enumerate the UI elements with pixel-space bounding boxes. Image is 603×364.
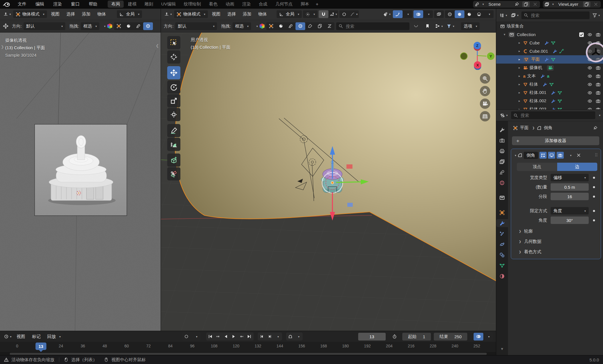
chevron-down-icon[interactable]: ▾ (104, 25, 105, 28)
outliner-row-scene-collection[interactable]: 场景集合 (496, 22, 603, 30)
chevron-down-icon[interactable]: ▾ (256, 25, 258, 28)
drag-select[interactable]: 框选▾ (81, 22, 99, 30)
timeline-editor-type-button[interactable]: ▾ (3, 333, 13, 341)
tab-constraints[interactable] (496, 251, 508, 259)
frame-step-settings-button[interactable]: ▾ (274, 333, 281, 340)
modifier-extras-button[interactable]: ▾ (565, 151, 575, 159)
hide-eye-icon[interactable] (588, 66, 592, 70)
prev-frame-button[interactable] (258, 333, 266, 340)
filter-button[interactable]: ▾ (446, 22, 455, 30)
object-menu[interactable]: 物体 (255, 11, 270, 17)
frame-end-field[interactable]: 结束250 (434, 333, 467, 341)
render-visibility-icon[interactable] (596, 99, 600, 103)
add-workspace-button[interactable]: + (314, 1, 321, 8)
direction-select[interactable]: 默认▾ (23, 22, 65, 30)
expand-chevron-icon[interactable]: ▸ (517, 58, 521, 61)
next-keyframe-button[interactable] (238, 333, 245, 340)
navigation-gizmo[interactable]: Z Y X (452, 34, 494, 70)
tab-rendering[interactable]: 渲染 (239, 1, 255, 8)
view-menu[interactable]: 视图 (48, 11, 62, 17)
toolbar-toggle-icon[interactable]: ❯ (1, 45, 4, 49)
rotate-tool[interactable] (167, 80, 180, 94)
section-geometry[interactable]: ❯ 几何数据 (517, 238, 598, 245)
menu-file[interactable]: 文件 (14, 1, 30, 7)
drag-handle-icon[interactable]: ⠿ (595, 153, 598, 158)
transform-tool[interactable] (167, 108, 180, 121)
select-box-tool[interactable] (167, 36, 180, 49)
delete-scene-button[interactable] (531, 1, 539, 7)
properties-options-chevron[interactable]: ▾ (599, 114, 600, 117)
tab-scene[interactable] (496, 168, 508, 176)
expand-chevron-icon[interactable]: ▸ (517, 49, 521, 53)
snap-halfsphere-button[interactable] (276, 22, 286, 30)
ortho-toggle-button[interactable] (480, 111, 490, 121)
animate-dot[interactable] (593, 177, 595, 179)
jump-to-start-button[interactable] (207, 333, 214, 340)
tab-compositing[interactable]: 合成 (255, 1, 271, 8)
mode-select[interactable]: 物体模式▾ (174, 10, 208, 18)
collapse-chevron-icon[interactable]: ▾ (515, 154, 516, 157)
expand-chevron-icon[interactable]: ▸ (517, 74, 521, 78)
transform-orientation-select[interactable]: 全局▾ (117, 10, 142, 18)
delete-viewlayer-button[interactable] (592, 1, 600, 7)
menu-edit[interactable]: 编辑 (31, 1, 48, 7)
new-viewlayer-button[interactable] (583, 1, 590, 7)
outliner-filter-button[interactable]: ▾ (591, 11, 601, 19)
options-button[interactable]: 选项▾ (461, 22, 480, 30)
properties-search[interactable] (511, 111, 595, 119)
pivot-point-select[interactable]: ▾ (303, 10, 318, 18)
outliner-search[interactable] (521, 11, 590, 19)
shading-solid-button[interactable] (455, 10, 464, 18)
gizmos-settings-button[interactable]: ▾ (403, 10, 412, 18)
viewport-3d-canvas[interactable]: 用户透视 (13) Collection | 平面 (161, 33, 496, 331)
outliner-row-text[interactable]: ▸ a 文本 a (496, 72, 603, 80)
render-visibility-icon[interactable] (596, 66, 600, 70)
angle-field[interactable]: 30° (551, 217, 589, 224)
falloff-arc-button[interactable] (411, 22, 421, 30)
viewport-search-input[interactable] (345, 23, 383, 29)
tab-object[interactable] (496, 208, 508, 217)
timeline-overlay-settings-button[interactable]: ▾ (483, 333, 493, 341)
expand-chevron-icon[interactable]: ▸ (517, 82, 521, 86)
section-profile[interactable]: ❯ 轮廓 (517, 227, 598, 235)
hide-eye-icon[interactable] (588, 74, 592, 78)
hide-eye-icon[interactable] (588, 82, 592, 87)
overlays-toggle[interactable] (413, 10, 423, 18)
snap-box-button[interactable] (266, 22, 276, 30)
properties-search-input[interactable] (520, 113, 593, 118)
outliner-row-cylinder001[interactable]: ▸ 柱体.001 (496, 88, 603, 97)
falloff-hexagon-icon[interactable] (107, 23, 112, 29)
hide-eye-icon[interactable] (588, 107, 592, 110)
annotate-tool[interactable] (167, 124, 180, 137)
collections-filter-button[interactable]: ▾ (434, 22, 444, 30)
render-visibility-icon[interactable] (596, 74, 600, 78)
jump-to-end-button[interactable] (245, 333, 253, 340)
transform-orientation-select[interactable]: 全局▾ (277, 10, 302, 18)
section-shading[interactable]: ❯ 着色方式 (517, 248, 598, 255)
render-visibility-icon[interactable] (596, 90, 600, 95)
drag-select[interactable]: 框选▾ (232, 22, 251, 30)
play-reverse-button[interactable] (222, 333, 230, 340)
object-visibility-button[interactable]: ▾ (382, 10, 392, 18)
brush-button[interactable] (305, 22, 315, 30)
pin-scene-button[interactable] (513, 1, 521, 7)
close-icon[interactable] (576, 153, 581, 158)
animate-dot[interactable] (593, 196, 595, 198)
tab-texture-paint[interactable]: 纹理绘制 (180, 1, 205, 8)
overlays-settings-button[interactable]: ▾ (423, 10, 433, 18)
snap-droplet-button[interactable] (133, 22, 143, 30)
shading-wireframe-button[interactable] (445, 10, 455, 18)
view-menu[interactable]: 视图 (209, 11, 223, 17)
tab-animation[interactable]: 动画 (222, 1, 238, 8)
limit-method-select[interactable]: 角度▾ (551, 207, 589, 215)
tab-modifiers[interactable] (496, 219, 508, 227)
editor-type-button[interactable]: ▾ (2, 10, 12, 18)
frame-start-field[interactable]: 起始1 (402, 333, 431, 341)
autokey-settings-button[interactable]: ▾ (294, 333, 302, 340)
collapse-chevron-icon[interactable]: ▾ (502, 33, 507, 36)
gizmos-toggle[interactable] (393, 10, 403, 18)
render-visibility-icon[interactable] (596, 107, 600, 110)
animate-dot[interactable] (593, 210, 595, 212)
timeline-scrollbar[interactable] (10, 353, 487, 355)
snap-increment-button[interactable] (114, 22, 124, 30)
